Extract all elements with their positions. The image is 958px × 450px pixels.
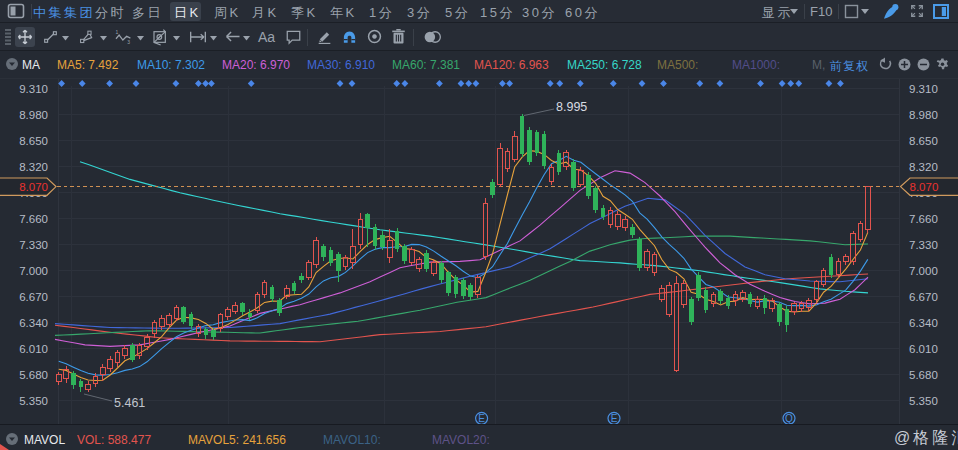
svg-text:8.995: 8.995 [556, 100, 587, 114]
svg-text:Q: Q [785, 413, 793, 424]
svg-text:8.650: 8.650 [19, 135, 48, 147]
svg-text:6.670: 6.670 [19, 291, 48, 303]
svg-text:7.330: 7.330 [909, 239, 938, 251]
svg-text:8.650: 8.650 [909, 135, 938, 147]
svg-text:8.070: 8.070 [19, 181, 48, 193]
svg-text:8.320: 8.320 [19, 161, 48, 173]
svg-text:8.320: 8.320 [909, 161, 938, 173]
svg-text:5.680: 5.680 [909, 369, 938, 381]
svg-text:7.000: 7.000 [909, 265, 938, 277]
svg-text:8.070: 8.070 [910, 181, 939, 193]
svg-text:9.310: 9.310 [19, 83, 48, 95]
svg-text:8.980: 8.980 [19, 109, 48, 121]
svg-text:5.350: 5.350 [19, 395, 48, 407]
svg-text:6.340: 6.340 [19, 317, 48, 329]
svg-text:5.350: 5.350 [909, 395, 938, 407]
svg-text:3: 3 [127, 39, 130, 45]
svg-text:1: 1 [115, 29, 118, 35]
svg-text:7.660: 7.660 [909, 213, 938, 225]
svg-text:8.980: 8.980 [909, 109, 938, 121]
svg-text:6.670: 6.670 [909, 291, 938, 303]
svg-text:E: E [478, 413, 485, 424]
svg-text:7.000: 7.000 [19, 265, 48, 277]
svg-text:6.340: 6.340 [909, 317, 938, 329]
svg-text:5.461: 5.461 [114, 396, 145, 410]
svg-text:6.010: 6.010 [909, 343, 938, 355]
svg-text:E: E [611, 413, 618, 424]
svg-text:7.660: 7.660 [19, 213, 48, 225]
svg-text:6.010: 6.010 [19, 343, 48, 355]
svg-text:5.680: 5.680 [19, 369, 48, 381]
svg-text:9.310: 9.310 [909, 83, 938, 95]
svg-text:7.330: 7.330 [19, 239, 48, 251]
